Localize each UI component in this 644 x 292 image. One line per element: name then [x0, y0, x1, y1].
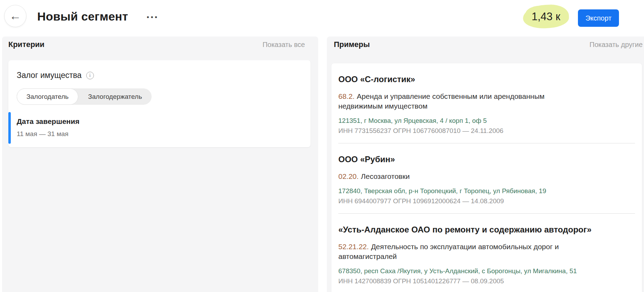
okved-text: Лесозаготовки	[361, 172, 410, 180]
active-criterion-accent-bar	[8, 112, 11, 144]
company-registration: ИНН 7731556237 ОГРН 1067760087010 — 24.1…	[338, 127, 635, 135]
company-item: ООО «Рубин» 02.20.Лесозаготовки 172840, …	[338, 143, 635, 213]
segment-page: ← Новый сегмент ••• 1,43 к Экспорт Крите…	[0, 0, 644, 292]
ellipsis-icon: •••	[147, 13, 159, 21]
more-menu-button[interactable]: •••	[144, 10, 162, 24]
company-okved: 02.20.Лесозаготовки	[338, 172, 582, 181]
okved-code: 02.20.	[338, 172, 359, 180]
criteria-panel: Критерии Показать все Залог имущества i …	[2, 37, 318, 292]
pledge-role-tabs: Залогодатель Залогодержатель	[17, 88, 152, 105]
criteria-panel-header: Критерии Показать все	[2, 37, 318, 53]
completion-date-field[interactable]: Дата завершения 11 мая — 31 мая	[17, 117, 302, 138]
examples-panel-title: Примеры	[334, 40, 370, 49]
criterion-title-row: Залог имущества i	[17, 71, 302, 80]
export-button[interactable]: Экспорт	[578, 9, 619, 27]
criterion-card-pledge: Залог имущества i Залогодатель Залогодер…	[8, 60, 311, 147]
company-okved: 52.21.22.Деятельность по эксплуатации ав…	[338, 242, 582, 261]
tab-pledgee[interactable]: Залогодержатель	[78, 88, 152, 105]
arrow-left-icon: ←	[9, 10, 21, 22]
company-address: 121351, г Москва, ул Ярцевская, 4 / корп…	[338, 117, 635, 125]
company-name: ООО «С-логистик»	[338, 74, 635, 85]
results-count-value: 1,43 к	[532, 10, 561, 23]
info-icon[interactable]: i	[86, 72, 94, 79]
completion-date-label: Дата завершения	[17, 117, 302, 126]
completion-date-value: 11 мая — 31 мая	[17, 130, 302, 138]
company-registration: ИНН 1427008839 ОГРН 1051401226777 — 08.0…	[338, 277, 635, 285]
examples-panel-header: Примеры Показать другие	[327, 37, 644, 53]
okved-text: Аренда и управление собственным или арен…	[338, 92, 545, 110]
criteria-panel-title: Критерии	[8, 40, 45, 49]
page-title: Новый сегмент	[37, 8, 128, 25]
back-button[interactable]: ←	[4, 5, 26, 27]
results-count-badge: 1,43 к	[523, 5, 569, 28]
okved-code: 68.2.	[338, 92, 355, 100]
criterion-title: Залог имущества	[17, 71, 82, 80]
company-item: «Усть-Алданское ОАО по ремонту и содержа…	[338, 213, 635, 292]
company-address: 172840, Тверская обл, р-н Торопецкий, г …	[338, 187, 635, 195]
okved-text: Деятельность по эксплуатации автомобильн…	[338, 243, 559, 260]
company-okved: 68.2.Аренда и управление собственным или…	[338, 92, 582, 111]
okved-code: 52.21.22.	[338, 243, 369, 251]
show-all-link[interactable]: Показать все	[263, 41, 305, 49]
company-name: ООО «Рубин»	[338, 154, 635, 165]
show-others-link[interactable]: Показать другие	[589, 41, 643, 49]
tab-pledger[interactable]: Залогодатель	[17, 88, 78, 105]
company-item: ООО «С-логистик» 68.2.Аренда и управлени…	[338, 63, 635, 143]
company-registration: ИНН 6944007977 ОГРН 1096912000624 — 14.0…	[338, 197, 635, 205]
examples-card: ООО «С-логистик» 68.2.Аренда и управлени…	[331, 63, 642, 292]
company-address: 678350, респ Саха /Якутия, у Усть-Алданс…	[338, 267, 635, 275]
company-name: «Усть-Алданское ОАО по ремонту и содержа…	[338, 224, 635, 235]
examples-panel: Примеры Показать другие ООО «С-логистик»…	[327, 37, 644, 292]
